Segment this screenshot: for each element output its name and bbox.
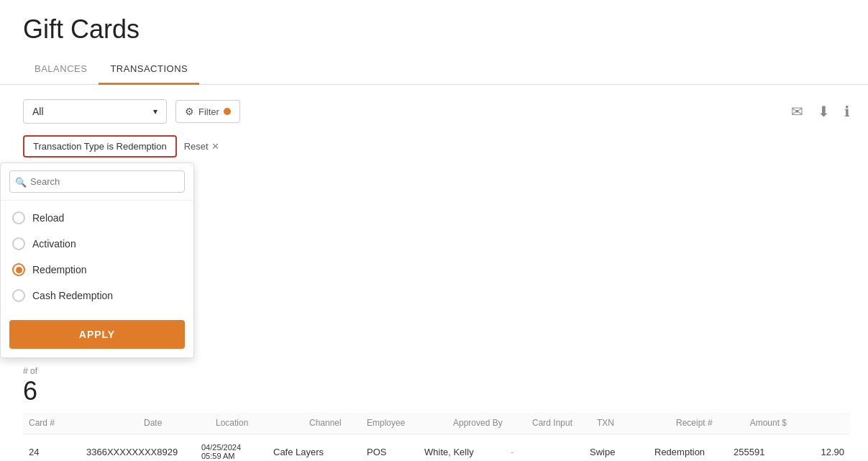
th-approved: Approved By xyxy=(447,418,526,428)
cell-location-1: Cafe Layers xyxy=(268,447,361,457)
cell-num-1: 24 xyxy=(23,447,81,457)
radio-redemption xyxy=(12,263,25,276)
filter-option-list: Reload Activation Redemption Cash Redemp… xyxy=(1,201,193,313)
download-icon[interactable]: ⬇ xyxy=(818,103,830,120)
filter-option-activation-label: Activation xyxy=(32,238,76,250)
filter-search-input[interactable] xyxy=(9,170,185,193)
filter-button[interactable]: ⚙ Filter xyxy=(175,100,240,123)
radio-activation xyxy=(12,237,25,250)
left-panel: All ▾ ⚙ Filter ✉ ⬇ ℹ Transaction T xyxy=(23,99,850,461)
th-amount: Amount $ xyxy=(735,418,792,428)
count-stat: # of 6 xyxy=(23,366,37,406)
reset-label: Reset xyxy=(184,141,209,152)
count-value: 6 xyxy=(23,376,37,406)
email-icon[interactable]: ✉ xyxy=(791,103,803,120)
filter-tag[interactable]: Transaction Type is Redemption xyxy=(23,135,177,158)
dropdown-selected-value: All xyxy=(32,106,44,117)
th-card: Card # xyxy=(23,418,138,428)
tab-transactions[interactable]: TRANSACTIONS xyxy=(99,56,199,85)
radio-cash-redemption xyxy=(12,289,25,302)
th-cardinput: Card Input xyxy=(526,418,591,428)
filter-option-redemption[interactable]: Redemption xyxy=(1,257,193,283)
filter-option-reload[interactable]: Reload xyxy=(1,205,193,231)
tab-balances[interactable]: BALANCES xyxy=(23,56,99,85)
page-title: Gift Cards xyxy=(0,0,868,56)
filter-row: All ▾ ⚙ Filter ✉ ⬇ ℹ xyxy=(23,99,850,124)
filter-option-reload-label: Reload xyxy=(32,212,64,224)
cell-card-1: 3366XXXXXXXX8929 xyxy=(81,447,196,457)
cell-date-1: 04/25/202405:59 AM xyxy=(196,443,268,460)
cell-cardinput-1: Swipe xyxy=(584,447,649,457)
th-receipt: Receipt # xyxy=(670,418,735,428)
main-content: All ▾ ⚙ Filter ✉ ⬇ ℹ Transaction T xyxy=(0,85,868,461)
filter-label: Filter xyxy=(198,106,219,117)
count-label: # of xyxy=(23,366,37,376)
cell-receipt-1: 255591 xyxy=(728,447,792,457)
filter-tag-row: Transaction Type is Redemption Reset ✕ xyxy=(23,135,850,158)
stats-section: # of 6 Card # Date Location Channel Empl… xyxy=(23,366,850,461)
filter-icon: ⚙ xyxy=(185,106,194,117)
filter-option-redemption-label: Redemption xyxy=(32,264,87,275)
transaction-type-dropdown[interactable]: All ▾ xyxy=(23,99,167,124)
th-channel: Channel xyxy=(303,418,361,428)
filter-dropdown-panel: 🔍 Reload Activation xyxy=(0,163,194,358)
radio-reload xyxy=(12,211,25,224)
th-date: Date xyxy=(138,418,210,428)
tab-bar: BALANCES TRANSACTIONS xyxy=(0,56,868,85)
right-panel: 📅 Mar 01, 2024 - May 01, 2024 3:00 AM - … xyxy=(864,99,868,461)
reset-button[interactable]: Reset ✕ xyxy=(184,141,219,152)
filter-option-activation[interactable]: Activation xyxy=(1,231,193,257)
chevron-down-icon: ▾ xyxy=(153,106,157,117)
filter-search-box: 🔍 xyxy=(1,163,193,201)
stats-row: # of 6 xyxy=(23,366,850,406)
th-location: Location xyxy=(210,418,303,428)
cell-amount-1: 12.90 xyxy=(792,447,850,457)
filter-option-cash-redemption-label: Cash Redemption xyxy=(32,290,113,301)
th-txn: TXN xyxy=(591,418,670,428)
filter-active-badge xyxy=(224,108,231,115)
cell-employee-1: White, Kelly xyxy=(419,447,505,457)
action-icons-row: ✉ ⬇ ℹ xyxy=(791,103,850,120)
cell-channel-1: POS xyxy=(361,447,419,457)
apply-button[interactable]: APPLY xyxy=(9,320,185,349)
filter-option-cash-redemption[interactable]: Cash Redemption xyxy=(1,283,193,309)
info-icon[interactable]: ℹ xyxy=(844,103,850,120)
cell-approved-1: - xyxy=(505,447,584,457)
search-wrapper: 🔍 xyxy=(9,170,185,193)
search-icon: 🔍 xyxy=(15,176,27,187)
cell-txn-1: Redemption xyxy=(649,447,728,457)
th-employee: Employee xyxy=(361,418,447,428)
table-row[interactable]: 24 3366XXXXXXXX8929 04/25/202405:59 AM C… xyxy=(23,434,850,461)
close-icon: ✕ xyxy=(211,141,219,152)
table-header: Card # Date Location Channel Employee Ap… xyxy=(23,412,850,434)
